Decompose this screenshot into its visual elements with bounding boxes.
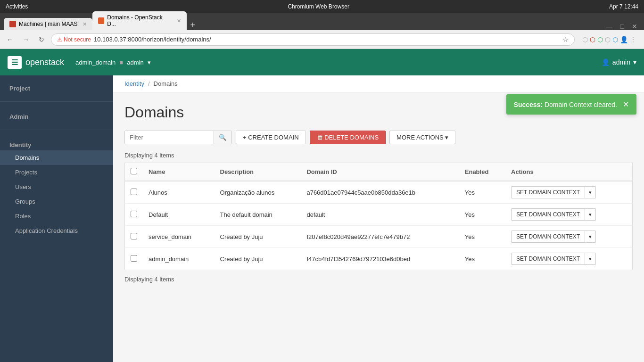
- sidebar-admin-title[interactable]: Admin: [0, 109, 113, 122]
- ext-icon-4[interactable]: ⬡: [605, 36, 611, 43]
- table-row: admin_domain Created by Juju f47cb4fd7f3…: [125, 248, 633, 270]
- lock-icon: ⚠: [57, 36, 62, 43]
- row-actions-3: SET DOMAIN CONTEXT ▾: [505, 248, 633, 270]
- bookmark-icon[interactable]: ☆: [562, 36, 569, 43]
- select-all-checkbox[interactable]: [131, 168, 137, 174]
- row-checkbox-3[interactable]: [131, 255, 137, 262]
- header-name: Name: [143, 163, 215, 181]
- row-description-2: Created by Juju: [215, 226, 301, 248]
- ext-icon-5[interactable]: ⬡: [612, 36, 618, 43]
- maas-tab-icon: [9, 21, 16, 27]
- action-dropdown-0[interactable]: ▾: [585, 186, 596, 198]
- breadcrumb-domains: Domains: [154, 80, 178, 87]
- ext-icon-2[interactable]: ⬡: [590, 36, 595, 43]
- user-arrow: ▾: [633, 58, 636, 66]
- content-body: 🔍 + CREATE DOMAIN 🗑 DELETE DOMAINS MORE …: [113, 131, 644, 298]
- sidebar-project-title[interactable]: Project: [0, 81, 113, 94]
- sidebar-item-roles[interactable]: Roles: [0, 209, 113, 223]
- alert-text: Success: Domain Context cleared.: [514, 101, 617, 108]
- sidebar-divider-2: [0, 130, 113, 130]
- breadcrumb-identity[interactable]: Identity: [124, 80, 144, 87]
- menu-icon[interactable]: ⋮: [630, 36, 636, 43]
- new-tab-button[interactable]: +: [187, 20, 199, 30]
- more-actions-button[interactable]: MORE ACTIONS ▾: [389, 131, 455, 144]
- header-description: Description: [215, 163, 301, 181]
- action-dropdown-1[interactable]: ▾: [585, 208, 596, 221]
- row-checkbox-2[interactable]: [131, 233, 137, 239]
- os-nav-breadcrumb: admin_domain ■ admin ▾: [75, 59, 151, 66]
- row-description-1: The default domain: [215, 204, 301, 226]
- delete-domains-button[interactable]: 🗑 DELETE DOMAINS: [310, 131, 386, 144]
- tab-maas[interactable]: Machines | main MAAS ✕: [4, 18, 92, 30]
- sidebar-identity-title[interactable]: Identity: [0, 138, 113, 150]
- set-domain-context-button-0[interactable]: SET DOMAIN CONTEXT: [511, 186, 585, 198]
- set-domain-context-button-1[interactable]: SET DOMAIN CONTEXT: [511, 208, 585, 221]
- browser-extensions: ⬡ ⬡ ⬡ ⬡ ⬡ 👤 ⋮: [578, 36, 640, 43]
- sidebar-divider-1: [0, 101, 113, 102]
- domains-table: Name Description Domain ID Enabled Actio…: [124, 163, 633, 270]
- table-row: service_domain Created by Juju f207ef8c0…: [125, 226, 633, 248]
- alert-close-button[interactable]: ✕: [623, 100, 629, 109]
- filter-box: 🔍: [124, 131, 232, 144]
- os-logo: ☰ openstack: [8, 56, 64, 69]
- content-area: Identity / Domains Domains 🔍 + CREATE DO…: [113, 75, 644, 362]
- reload-button[interactable]: ↻: [36, 35, 47, 44]
- os-logo-text: openstack: [25, 58, 64, 67]
- filter-button[interactable]: 🔍: [214, 131, 231, 144]
- tab-maas-close[interactable]: ✕: [83, 21, 87, 27]
- row-checkbox-cell: [125, 226, 143, 248]
- tab-openstack[interactable]: Domains - OpenStack D... ✕: [92, 11, 187, 30]
- filter-input[interactable]: [125, 131, 214, 144]
- nav-project-arrow[interactable]: ▾: [148, 59, 151, 66]
- toolbar: 🔍 + CREATE DOMAIN 🗑 DELETE DOMAINS MORE …: [124, 131, 633, 144]
- user-menu[interactable]: 👤 admin ▾: [602, 58, 636, 66]
- header-checkbox-cell: [125, 163, 143, 181]
- action-group-1: SET DOMAIN CONTEXT ▾: [511, 208, 627, 221]
- nav-domain[interactable]: admin_domain: [75, 59, 116, 66]
- close-button[interactable]: ✕: [629, 23, 640, 30]
- row-checkbox-1[interactable]: [131, 211, 137, 217]
- os-app-title: Chromium Web Browser: [288, 3, 349, 10]
- action-dropdown-3[interactable]: ▾: [585, 253, 596, 265]
- sidebar-item-domains[interactable]: Domains: [0, 150, 113, 165]
- header-domain-id: Domain ID: [301, 163, 459, 181]
- row-enabled-1: Yes: [459, 204, 505, 226]
- action-dropdown-2[interactable]: ▾: [585, 230, 596, 243]
- row-checkbox-0[interactable]: [131, 189, 137, 195]
- create-domain-button[interactable]: + CREATE DOMAIN: [236, 131, 306, 144]
- alert-success: Success: Domain Context cleared. ✕: [506, 94, 636, 115]
- os-activities[interactable]: Activities: [6, 3, 28, 10]
- sidebar-item-groups[interactable]: Groups: [0, 194, 113, 209]
- row-domain-id-0: a766d01ae07944c5aae0b850dda36e1b: [301, 181, 459, 204]
- sidebar-item-application-credentials[interactable]: Application Credentials: [0, 223, 113, 238]
- ext-icon-3[interactable]: ⬡: [597, 36, 603, 43]
- forward-button[interactable]: →: [20, 35, 32, 44]
- nav-project[interactable]: admin: [127, 59, 143, 66]
- maximize-button[interactable]: □: [618, 23, 627, 30]
- set-domain-context-button-2[interactable]: SET DOMAIN CONTEXT: [511, 230, 585, 243]
- tab-openstack-close[interactable]: ✕: [177, 18, 181, 24]
- breadcrumb-sep: /: [148, 80, 150, 87]
- table-row: Alunos Organização alunos a766d01ae07944…: [125, 181, 633, 204]
- address-box[interactable]: ⚠ Not secure 10.103.0.37:8000/horizon/id…: [51, 33, 575, 46]
- sidebar: Project Admin Identity Domains Projects …: [0, 75, 113, 362]
- sidebar-section-project: Project: [0, 75, 113, 99]
- ext-icon-1[interactable]: ⬡: [582, 36, 588, 43]
- tab-maas-label: Machines | main MAAS: [19, 21, 78, 27]
- minimize-button[interactable]: —: [603, 23, 616, 30]
- set-domain-context-button-3[interactable]: SET DOMAIN CONTEXT: [511, 253, 585, 265]
- row-name-1: Default: [143, 204, 215, 226]
- row-name-3: admin_domain: [143, 248, 215, 270]
- row-actions-1: SET DOMAIN CONTEXT ▾: [505, 204, 633, 226]
- address-url[interactable]: 10.103.0.37:8000/horizon/identity/domain…: [94, 36, 560, 43]
- back-button[interactable]: ←: [4, 35, 16, 44]
- row-domain-id-1: default: [301, 204, 459, 226]
- sidebar-item-users[interactable]: Users: [0, 180, 113, 194]
- sidebar-item-projects[interactable]: Projects: [0, 165, 113, 180]
- ext-icon-6[interactable]: 👤: [620, 36, 628, 43]
- table-row: Default The default domain default Yes S…: [125, 204, 633, 226]
- address-bar: ← → ↻ ⚠ Not secure 10.103.0.37:8000/hori…: [0, 30, 644, 49]
- os-header: ☰ openstack admin_domain ■ admin ▾ 👤 adm…: [0, 49, 644, 75]
- table-info-top: Displaying 4 items: [124, 152, 633, 159]
- os-logo-box: ☰: [8, 56, 22, 69]
